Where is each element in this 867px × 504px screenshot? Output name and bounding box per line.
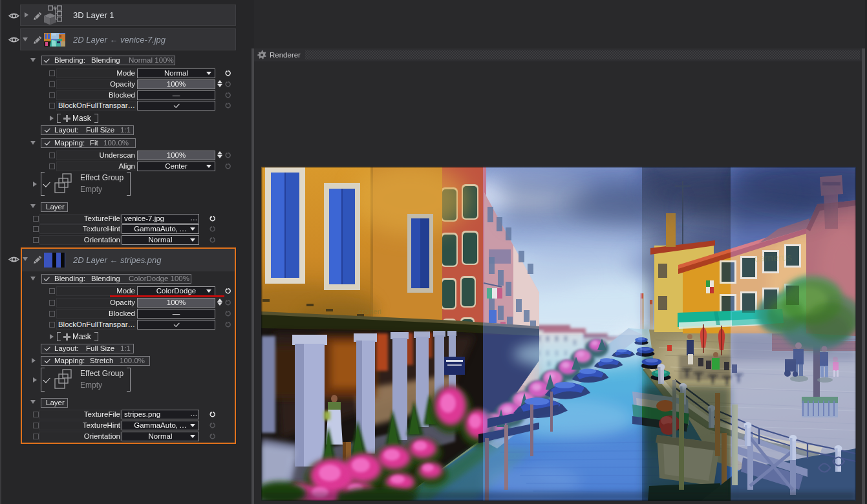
svg-text:craineri: craineri — [358, 308, 381, 315]
